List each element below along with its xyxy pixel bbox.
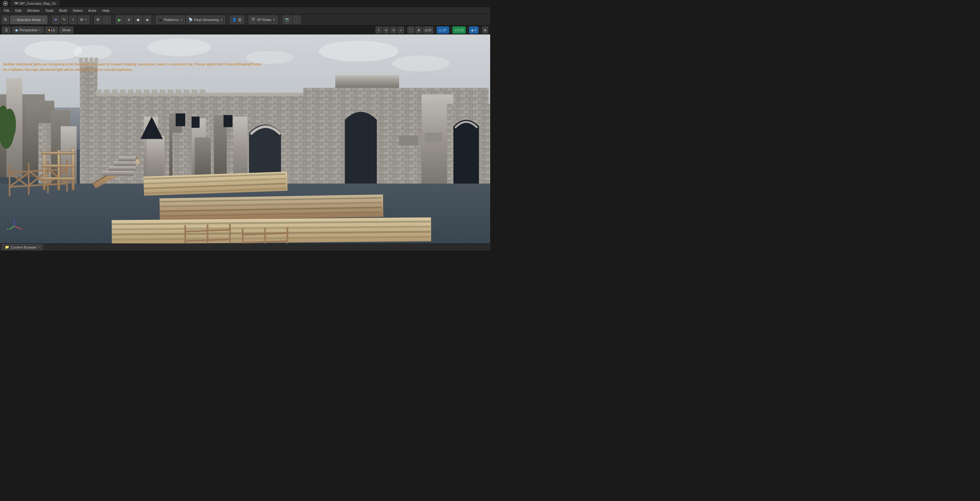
svg-rect-32 [152,90,158,96]
menu-tools[interactable]: Tools [43,8,56,13]
pause-button[interactable]: ⏸ [125,16,133,24]
menu-window[interactable]: Window [25,8,42,13]
vp-roles-button[interactable]: 🎬 VP Roles ▼ [249,16,278,24]
svg-text:Z: Z [13,218,15,220]
content-browser-close-button[interactable]: × [38,246,40,249]
svg-rect-81 [72,149,75,190]
svg-rect-29 [128,90,134,96]
rotate-button[interactable]: ↻ [60,16,68,24]
viewport-toolbar: ☰ ◉ Perspective ▼ ● Lit Show ↖ [0,25,490,35]
scale-right-icon: ⇔ [454,29,457,32]
perspective-label: Perspective [19,28,37,32]
engine-logo [3,1,8,6]
user-button[interactable]: 👤 2 [230,16,244,24]
viewport-3d[interactable]: Multiple directional lights are competin… [0,35,490,244]
scale-button[interactable]: ⤡ [69,16,76,24]
platforms-button[interactable]: 📱 Platforms ▼ [156,16,185,24]
svg-point-103 [3,109,16,141]
map-icon: 🗺 [14,2,18,5]
menu-file[interactable]: File [1,8,12,13]
grid-size-value: 10 [428,29,431,32]
menu-build[interactable]: Build [57,8,70,13]
select-mode-icon-button[interactable]: ↖ [375,27,382,33]
selection-mode-button[interactable]: ⊹ Selection Mode ▼ [10,16,47,24]
translate-mode-icon: ✛ [385,29,387,32]
content-browser-tab[interactable]: 📁 Content Browser × [2,244,43,250]
snapping-options-button[interactable]: ⋮ [103,16,111,24]
menu-select[interactable]: Select [70,8,85,13]
rotate-mode-icon-button[interactable]: ↺ [390,27,396,33]
menu-edit[interactable]: Edit [13,8,24,13]
menu-help[interactable]: Help [100,8,112,13]
svg-rect-89 [113,162,136,166]
rotate-icon: ↻ [63,17,66,22]
vp-roles-label: VP Roles [257,18,271,22]
universal-transform-button[interactable]: ⊞ ▼ [78,16,89,24]
grid-size-button[interactable]: ⊟ 10 [423,27,433,33]
number-icon: ◉ [471,29,474,32]
fov-button[interactable]: ◎ 10° [437,27,449,33]
hamburger-icon: ☰ [4,17,7,22]
perspective-button[interactable]: ◉ Perspective ▼ [12,27,44,33]
map-tab[interactable]: 🗺 MP_Overview_Map_01 [11,1,59,6]
vp-sep-3 [450,27,451,33]
show-button[interactable]: Show [59,27,74,33]
translate-mode-icon-button[interactable]: ✛ [383,27,389,33]
scale-mode-icon-button[interactable]: ⤢ [398,27,404,33]
pixel-streaming-dropdown-arrow: ▼ [220,18,223,21]
number-button[interactable]: ◉ 8 [469,27,478,33]
svg-rect-108 [399,136,418,146]
vp-roles-dropdown-arrow: ▼ [273,18,275,21]
platforms-label: Platforms [164,18,178,22]
maximize-button[interactable]: ⛶ [407,27,414,33]
stop-icon: ⏹ [136,18,140,22]
more-icon: ⋮ [295,17,299,22]
main-content: ☰ ◉ Perspective ▼ ● Lit Show ↖ [0,25,490,244]
eject-button[interactable]: ⏏ [143,16,151,24]
camera-button[interactable]: 📷 [283,16,291,24]
viewport-toolbar-right: ↖ ✛ ↺ ⤢ ⛶ ⊞ ⊟ [374,25,490,35]
vp-sep-4 [467,27,468,33]
tab-label: MP_Overview_Map_01 [19,2,56,5]
warning-line-1: Multiple directional lights are competin… [3,62,262,67]
svg-text:Y: Y [7,228,9,231]
menu-actor[interactable]: Actor [86,8,99,13]
snap-grid-icon: ⋮ [105,17,108,22]
svg-rect-34 [168,90,173,96]
user-icon: 👤 [232,17,237,22]
separator-6 [246,16,247,24]
svg-rect-79 [43,152,46,190]
camera-icon: 📷 [285,17,289,22]
translate-button[interactable]: ⊕ [52,16,59,24]
svg-point-2 [5,3,6,4]
lit-button[interactable]: ● Lit [45,27,57,33]
translate-icon: ⊕ [54,17,57,22]
separator-1 [49,16,50,24]
scale-button-right[interactable]: ⇔ 0.25 [452,27,466,33]
svg-rect-28 [120,90,126,96]
viewport-options-icon: ⊞ [484,29,486,32]
show-label: Show [62,28,71,32]
toolbar: ☰ ⊹ Selection Mode ▼ ⊕ ↻ ⤡ ⊞ ▼ ⊞ ⋮ ▶ ⏸ ⏹… [0,14,490,25]
snapping-button[interactable]: ⊞ [94,16,102,24]
pixel-streaming-button[interactable]: 📡 Pixel Streaming ▼ [186,16,225,24]
content-browser-icon: 📁 [5,245,9,249]
selection-mode-label: Selection Mode [17,18,41,22]
more-options-button[interactable]: ⋮ [293,16,301,24]
lit-icon: ● [48,28,50,32]
stop-button[interactable]: ⏹ [134,16,142,24]
title-bar: 🗺 MP_Overview_Map_01 [0,0,490,7]
separator-7 [280,16,280,24]
fov-icon: ◎ [439,29,442,32]
svg-rect-25 [96,90,102,96]
perspective-dropdown-arrow: ▼ [38,29,41,32]
play-button[interactable]: ▶ [116,16,124,24]
svg-rect-31 [144,90,150,96]
sidebar-toggle-button[interactable]: ☰ [2,16,9,24]
svg-line-110 [14,226,21,229]
viewport-menu-button[interactable]: ☰ [2,27,11,33]
rotate-mode-icon: ↺ [392,29,395,32]
selection-mode-dropdown-arrow: ▼ [42,18,45,21]
viewport-options-button[interactable]: ⊞ [482,27,488,33]
grid-button[interactable]: ⊞ [415,27,422,33]
